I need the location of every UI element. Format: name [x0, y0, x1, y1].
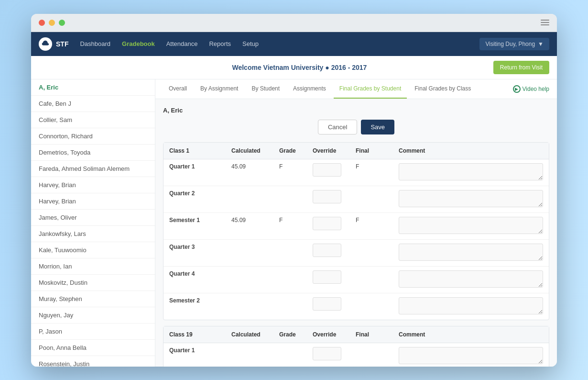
nav-gradebook[interactable]: Gradebook	[122, 38, 155, 49]
table-row: Quarter 1 45.09 F F	[163, 159, 549, 186]
nav-dashboard[interactable]: Dashboard	[80, 38, 110, 49]
class1-sem2-comment-input[interactable]	[399, 297, 543, 314]
student-item-1[interactable]: Cafe, Ben J	[31, 96, 155, 112]
class1-q3-override-input[interactable]	[313, 244, 341, 257]
student-item-2[interactable]: Collier, Sam	[31, 112, 155, 128]
student-item-15[interactable]: P, Jason	[31, 324, 155, 340]
video-help-icon: ▶	[513, 85, 521, 93]
student-item-14[interactable]: Nguyen, Jay	[31, 307, 155, 324]
class1-sem1-grade: F	[273, 212, 307, 239]
class1-sem2-override-input[interactable]	[313, 297, 341, 311]
class19-q1-calculated	[226, 343, 273, 367]
class1-grade-table: Class 1 Calculated Grade Override Final …	[163, 143, 549, 320]
table-row: Semester 1 45.09 F F	[163, 212, 549, 239]
class1-q3-override-cell	[307, 239, 350, 266]
class1-sem2-override-cell	[307, 293, 350, 320]
student-item-0[interactable]: A, Eric	[31, 79, 155, 96]
class1-sem1-override-input[interactable]	[313, 217, 341, 230]
video-help-label: Video help	[523, 86, 550, 92]
class1-q4-override-input[interactable]	[313, 270, 341, 284]
class1-q4-calculated	[226, 266, 273, 293]
student-item-3[interactable]: Connorton, Richard	[31, 128, 155, 145]
nav-attendance[interactable]: Attendance	[166, 38, 198, 49]
tab-assignments[interactable]: Assignments	[287, 79, 332, 99]
class19-header-override: Override	[307, 326, 350, 343]
student-item-16[interactable]: Poon, Anna Bella	[31, 340, 155, 356]
tab-overall[interactable]: Overall	[163, 79, 193, 99]
browser-menu-icon[interactable]	[541, 20, 549, 25]
dot-yellow[interactable]	[49, 20, 55, 26]
class1-q2-comment-input[interactable]	[399, 190, 543, 207]
class19-q1-override-input[interactable]	[313, 347, 341, 360]
class1-q3-comment-cell	[393, 239, 549, 266]
class1-q2-final	[350, 186, 393, 212]
menu-line	[541, 20, 549, 21]
class1-header-grade: Grade	[273, 143, 307, 159]
tab-by-student[interactable]: By Student	[246, 79, 285, 99]
class1-header-comment: Comment	[393, 143, 549, 159]
class1-header-calculated: Calculated	[226, 143, 273, 159]
class19-q1-period: Quarter 1	[163, 343, 226, 367]
save-button[interactable]: Save	[361, 120, 394, 134]
class19-q1-comment-input[interactable]	[399, 347, 543, 364]
student-item-8[interactable]: James, Oliver	[31, 210, 155, 226]
dot-red[interactable]	[39, 20, 45, 26]
tab-by-assignment[interactable]: By Assignment	[195, 79, 244, 99]
class1-q2-grade	[273, 186, 307, 212]
visiting-badge: Visiting Duy, Phong ▼	[479, 38, 549, 50]
logo-icon	[39, 37, 52, 51]
class1-table-container: Class 1 Calculated Grade Override Final …	[163, 142, 549, 320]
cancel-button[interactable]: Cancel	[318, 120, 357, 134]
class1-sem1-override-cell	[307, 212, 350, 239]
class1-q2-override-input[interactable]	[313, 190, 341, 203]
class19-header-grade: Grade	[273, 326, 307, 343]
class1-sem1-period: Semester 1	[163, 212, 226, 239]
student-item-7[interactable]: Harvey, Brian	[31, 193, 155, 210]
class1-q1-final: F	[350, 159, 393, 186]
student-item-11[interactable]: Morrion, Ian	[31, 258, 155, 275]
class19-q1-override-cell	[307, 343, 350, 367]
class1-q1-calculated: 45.09	[226, 159, 273, 186]
class1-q3-period: Quarter 3	[163, 239, 226, 266]
class1-sem2-final	[350, 293, 393, 320]
class1-sem1-final: F	[350, 212, 393, 239]
class19-header-calculated: Calculated	[226, 326, 273, 343]
student-item-12[interactable]: Moskovitz, Dustin	[31, 275, 155, 291]
video-help-link[interactable]: ▶ Video help	[513, 85, 550, 93]
class1-q1-override-cell	[307, 159, 350, 186]
main-content: A, Eric Cafe, Ben J Collier, Sam Connort…	[31, 79, 557, 367]
class1-q4-final	[350, 266, 393, 293]
action-buttons: Cancel Save	[163, 120, 549, 134]
class19-table-container: Class 19 Calculated Grade Override Final…	[163, 326, 549, 367]
nav-left: STF Dashboard Gradebook Attendance Repor…	[39, 37, 259, 51]
nav-setup[interactable]: Setup	[242, 38, 259, 49]
nav-logo[interactable]: STF	[39, 37, 68, 51]
dot-green[interactable]	[59, 20, 65, 26]
student-item-17[interactable]: Rosenstein, Justin	[31, 356, 155, 367]
student-item-5[interactable]: Fareda, Ahmed Soliman Alemem	[31, 161, 155, 177]
menu-line	[541, 24, 549, 25]
browser-window: STF Dashboard Gradebook Attendance Repor…	[31, 14, 557, 367]
tab-final-grades-by-student[interactable]: Final Grades by Student	[334, 79, 407, 99]
table-row: Quarter 3	[163, 239, 549, 266]
class19-q1-final	[350, 343, 393, 367]
tab-final-grades-by-class[interactable]: Final Grades by Class	[409, 79, 477, 99]
nav-reports[interactable]: Reports	[209, 38, 231, 49]
student-item-6[interactable]: Harvey, Brian	[31, 177, 155, 193]
student-item-13[interactable]: Muray, Stephen	[31, 291, 155, 307]
return-from-visit-button[interactable]: Return from Visit	[493, 61, 549, 74]
menu-line	[541, 22, 549, 23]
class1-q1-grade: F	[273, 159, 307, 186]
class1-q1-override-input[interactable]	[313, 163, 341, 177]
class19-grade-table: Class 19 Calculated Grade Override Final…	[163, 326, 549, 367]
visiting-chevron: ▼	[538, 41, 544, 47]
class1-q4-comment-input[interactable]	[399, 270, 543, 288]
class1-q3-comment-input[interactable]	[399, 244, 543, 261]
student-item-4[interactable]: Demetrios, Toyoda	[31, 145, 155, 161]
class1-sem1-comment-input[interactable]	[399, 217, 543, 234]
student-item-9[interactable]: Jankowfsky, Lars	[31, 226, 155, 242]
class1-q1-comment-input[interactable]	[399, 163, 543, 180]
class1-q4-period: Quarter 4	[163, 266, 226, 293]
class1-q3-grade	[273, 239, 307, 266]
student-item-10[interactable]: Kale, Tuuwoomio	[31, 242, 155, 258]
